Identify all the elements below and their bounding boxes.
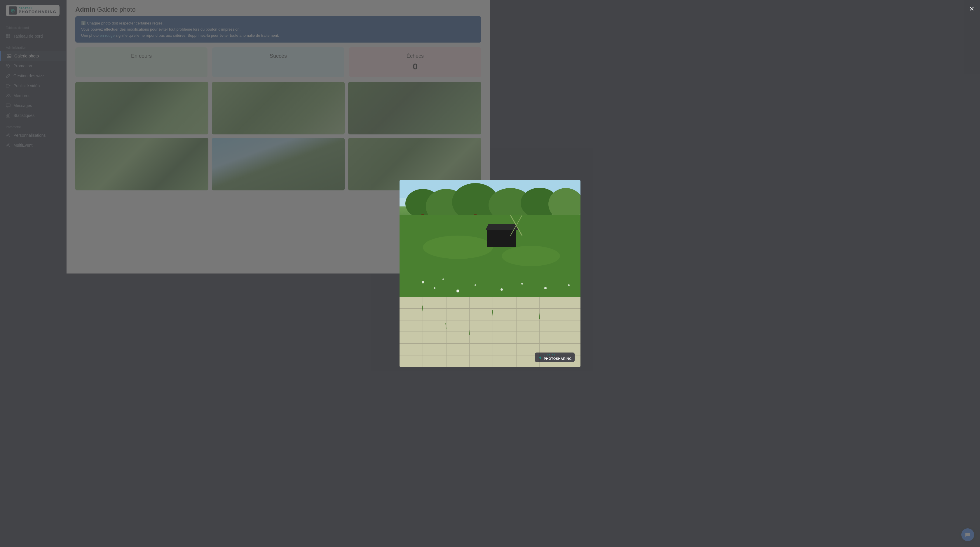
- svg-rect-44: [487, 230, 490, 247]
- lightbox-photo: DIGITAL PHOTOSHARING: [399, 180, 490, 274]
- lightbox-overlay[interactable]: ×: [67, 0, 490, 274]
- lightbox-image: DIGITAL PHOTOSHARING: [399, 180, 490, 274]
- main-content: Admin Galerie photo ℹ️ Chaque photo doit…: [67, 0, 490, 274]
- svg-point-33: [423, 236, 490, 259]
- garden-scene: [399, 180, 490, 274]
